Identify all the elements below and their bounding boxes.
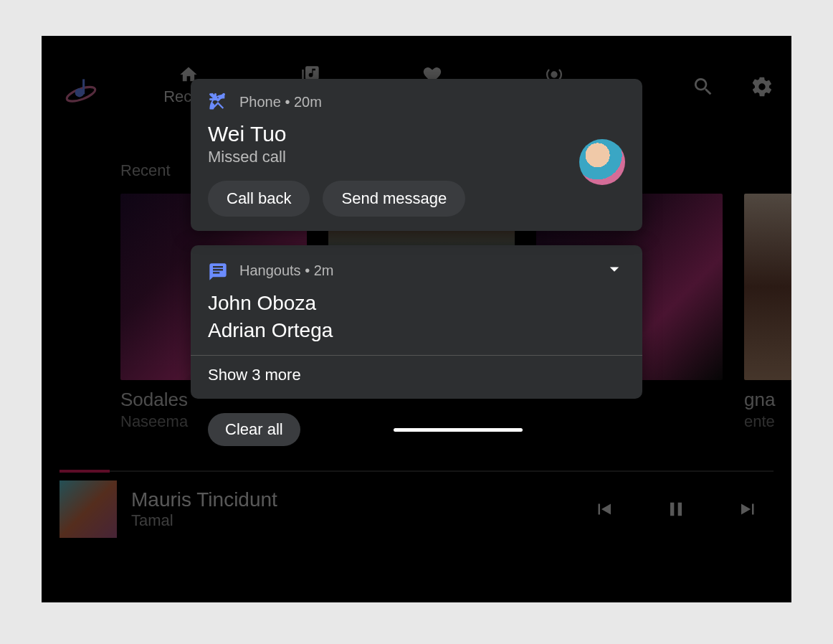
skip-next-icon[interactable] (738, 498, 759, 520)
drag-handle[interactable] (394, 428, 523, 432)
divider (191, 355, 642, 356)
notification-app-meta: Hangouts • 2m (239, 262, 334, 279)
chevron-down-icon[interactable] (604, 258, 625, 283)
now-playing-bar: Mauris Tincidunt Tamal (60, 473, 774, 545)
now-playing-title: Mauris Tincidunt (131, 488, 277, 511)
album-cover (744, 194, 791, 380)
app-logo-icon (63, 72, 99, 108)
notification-contact-name: Wei Tuo (208, 122, 625, 146)
show-more-button[interactable]: Show 3 more (208, 366, 625, 384)
section-heading: Recent (120, 161, 171, 180)
svg-rect-2 (82, 79, 85, 94)
pause-icon[interactable] (665, 498, 687, 521)
playback-progress[interactable] (60, 470, 774, 472)
svg-point-3 (552, 72, 557, 77)
now-playing-thumb[interactable] (60, 480, 117, 538)
send-message-button[interactable]: Send message (323, 181, 465, 217)
gear-icon[interactable] (751, 75, 774, 98)
svg-rect-5 (213, 269, 223, 270)
music-app-screen: Recent Recent Sodales Naseema gna (42, 36, 791, 602)
playback-progress-fill (60, 470, 110, 473)
clear-all-button[interactable]: Clear all (208, 413, 300, 446)
notification-card-phone[interactable]: Phone • 20m Wei Tuo Missed call Call bac… (191, 79, 642, 231)
search-icon[interactable] (692, 75, 715, 98)
contact-avatar (579, 139, 625, 185)
notification-panel: Phone • 20m Wei Tuo Missed call Call bac… (191, 79, 642, 446)
skip-previous-icon[interactable] (593, 498, 614, 520)
notification-card-hangouts[interactable]: Hangouts • 2m John Oboza Adrian Ortega S… (191, 245, 642, 399)
hangouts-sender-name: John Oboza (208, 292, 625, 315)
hangouts-sender-name: Adrian Ortega (208, 319, 625, 342)
notification-app-meta: Phone • 20m (239, 94, 322, 110)
album-card[interactable]: gna ente (744, 194, 791, 431)
album-title: gna (744, 389, 791, 411)
call-back-button[interactable]: Call back (208, 181, 310, 217)
svg-rect-4 (213, 266, 223, 267)
notification-subtitle: Missed call (208, 148, 625, 166)
phone-missed-icon (208, 92, 228, 112)
chat-icon (208, 261, 228, 281)
album-artist: ente (744, 412, 791, 431)
now-playing-artist: Tamal (131, 511, 277, 530)
svg-rect-6 (213, 272, 219, 273)
